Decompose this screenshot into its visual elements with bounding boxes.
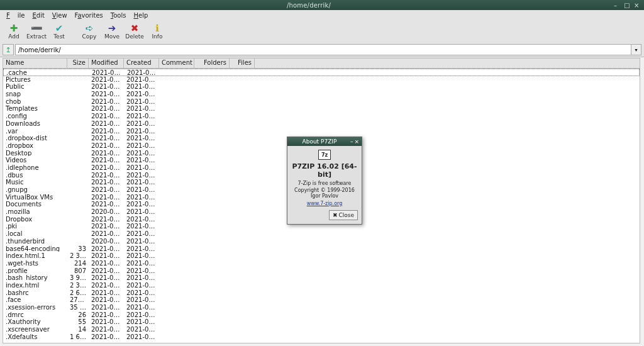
- table-row[interactable]: .Xdefaults1 6002021-02-10 03...2021-02-1…: [3, 333, 640, 341]
- info-button[interactable]: ℹInfo: [146, 21, 169, 42]
- table-row[interactable]: Templates2021-02-11 01...2021-02-11 01..…: [3, 105, 640, 113]
- menu-tools[interactable]: Tools: [107, 12, 130, 19]
- pathbar: ↥ ▾: [0, 43, 644, 57]
- maximize-icon[interactable]: □: [624, 2, 630, 8]
- line1: 7-Zip is free software: [291, 181, 358, 186]
- chevron-down-icon: ▾: [635, 47, 637, 53]
- path-input[interactable]: [15, 44, 631, 55]
- about-dialog: About P7ZIP – × 7z P7ZIP 16.02 [64-bit] …: [287, 137, 362, 225]
- table-row[interactable]: .bash_history3 9992021-02-11 23...2021-0…: [3, 274, 640, 282]
- window-titlebar: /home/derrik/ – □ ×: [0, 0, 644, 10]
- list-header: Name Size Modified Created Comment Folde…: [3, 59, 640, 69]
- menu-view[interactable]: View: [48, 12, 71, 19]
- copy-arrow-icon: ➪: [86, 23, 94, 33]
- delete-button[interactable]: ✖Delete: [123, 21, 146, 42]
- menu-file[interactable]: File: [3, 12, 28, 19]
- table-row[interactable]: .wget-hsts2142021-02-11 06...2021-02-11 …: [3, 260, 640, 267]
- col-size[interactable]: Size: [67, 59, 89, 68]
- table-row[interactable]: .xsession-errors35 0992021-02-12 04...20…: [3, 304, 640, 311]
- table-row[interactable]: .config2021-02-12 04...2021-02-12 04...: [3, 113, 640, 120]
- table-row[interactable]: .thunderbird2020-03-28 01...2021-02-11 0…: [3, 238, 640, 245]
- site-link[interactable]: www.7-zip.org: [307, 201, 343, 206]
- table-row[interactable]: .profile8072021-02-10 03...2021-02-10 03…: [3, 267, 640, 275]
- col-created[interactable]: Created: [124, 59, 159, 68]
- table-row[interactable]: .var2021-02-11 17...2021-02-11 17...: [3, 128, 640, 135]
- table-row[interactable]: .dmrc262021-02-11 01...2021-02-11 01...: [3, 311, 640, 319]
- app-name: P7ZIP 16.02 [64-bit]: [291, 162, 358, 179]
- table-row[interactable]: snap2021-02-11 19...2021-02-11 19...: [3, 91, 640, 98]
- dialog-titlebar: About P7ZIP – ×: [287, 137, 362, 146]
- add-button[interactable]: ✚Add: [3, 21, 25, 42]
- toolbar: ✚Add ➖Extract ✔Test ➪Copy ➔Move ✖Delete …: [0, 20, 644, 43]
- info-icon: ℹ: [155, 23, 159, 33]
- table-row[interactable]: Public2021-02-11 01...2021-02-11 01...: [3, 83, 640, 91]
- minimize-icon[interactable]: –: [614, 2, 620, 8]
- window-title: /home/derrik/: [4, 2, 614, 9]
- col-files[interactable]: Files: [230, 59, 255, 68]
- path-dropdown[interactable]: ▾: [631, 44, 641, 55]
- p7zip-logo-icon: 7z: [318, 150, 331, 160]
- path-combo: ▾: [15, 44, 641, 55]
- close-button[interactable]: ✖Close: [329, 210, 358, 220]
- up-button[interactable]: ↥: [3, 44, 14, 55]
- table-row[interactable]: .local2021-02-11 01...2021-02-11 01...: [3, 230, 640, 238]
- line2: Copyright © 1999-2016 Igor Pavlov: [291, 187, 358, 199]
- up-arrow-icon: ↥: [5, 46, 11, 54]
- table-row[interactable]: Downloads2021-02-11 23...2021-02-11 23..…: [3, 120, 640, 128]
- check-icon: ✔: [55, 23, 64, 33]
- table-row[interactable]: .xscreensaver142021-02-10 03...2021-02-1…: [3, 326, 640, 333]
- table-row[interactable]: chob2021-02-11 22...2021-02-11 22...: [3, 98, 640, 106]
- minus-icon: ➖: [31, 23, 43, 33]
- table-row[interactable]: index.html.12 3902021-02-11 23...2021-02…: [3, 252, 640, 260]
- move-button[interactable]: ➔Move: [101, 21, 123, 42]
- test-button[interactable]: ✔Test: [48, 21, 70, 42]
- table-row[interactable]: Pictures2021-02-12 04...2021-02-12 04...: [3, 76, 640, 84]
- col-name[interactable]: Name: [3, 59, 67, 68]
- table-row[interactable]: .Xauthority552021-02-11 17...2021-02-11 …: [3, 318, 640, 326]
- x-icon: ✖: [131, 23, 139, 33]
- move-arrow-icon: ➔: [108, 23, 116, 33]
- dialog-close-icon[interactable]: ×: [354, 138, 359, 145]
- col-comment[interactable]: Comment: [159, 59, 194, 68]
- menu-help[interactable]: Help: [130, 12, 152, 19]
- plus-icon: ✚: [10, 23, 18, 33]
- dialog-minimize-icon[interactable]: –: [350, 138, 353, 145]
- table-row[interactable]: .cache2021-02-11 20...2021-02-11 20...: [3, 69, 640, 76]
- menubar: File Edit View Favorites Tools Help: [0, 10, 644, 20]
- col-modified[interactable]: Modified: [89, 59, 124, 68]
- table-row[interactable]: index.html2 3902021-02-11 23...2021-02-1…: [3, 282, 640, 289]
- table-row[interactable]: .face275 6102021-02-11 17...2021-02-11 1…: [3, 296, 640, 304]
- close-icon[interactable]: ×: [634, 2, 640, 8]
- col-folders[interactable]: Folders: [194, 59, 230, 68]
- table-row[interactable]: .bashrc2 6462021-02-11 21...2021-02-11 2…: [3, 289, 640, 297]
- table-row[interactable]: base64-encoding332021-02-11 20...2021-02…: [3, 245, 640, 253]
- extract-button[interactable]: ➖Extract: [25, 21, 48, 42]
- menu-edit[interactable]: Edit: [28, 12, 48, 19]
- close-x-icon: ✖: [333, 212, 338, 218]
- menu-favorites[interactable]: Favorites: [71, 12, 107, 19]
- copy-button[interactable]: ➪Copy: [78, 21, 101, 42]
